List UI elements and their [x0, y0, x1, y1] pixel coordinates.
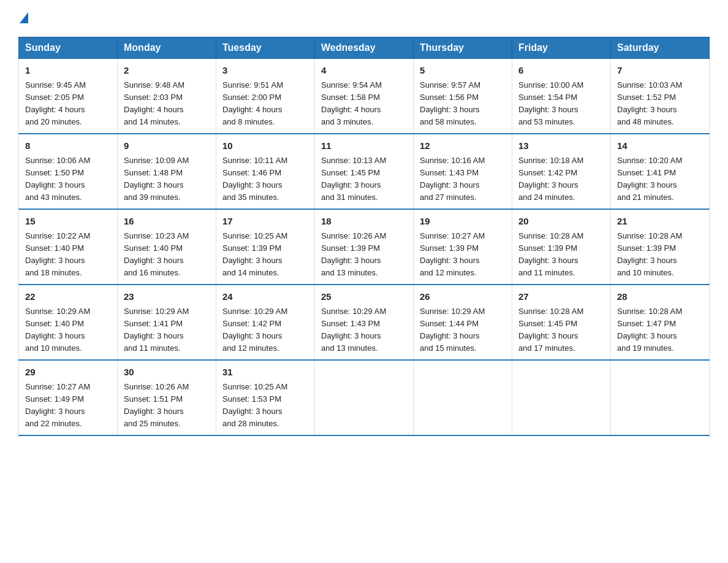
day-number: 24: [222, 290, 308, 304]
calendar-header-monday: Monday: [118, 37, 216, 59]
day-info: Sunrise: 9:45 AMSunset: 2:05 PMDaylight:…: [25, 79, 111, 129]
day-info: Sunrise: 10:13 AMSunset: 1:45 PMDaylight…: [321, 155, 407, 204]
calendar-cell: 11Sunrise: 10:13 AMSunset: 1:45 PMDaylig…: [315, 134, 414, 209]
day-number: 29: [25, 366, 111, 380]
day-number: 3: [222, 64, 308, 78]
day-info: Sunrise: 10:22 AMSunset: 1:40 PMDaylight…: [25, 230, 111, 280]
day-info: Sunrise: 10:27 AMSunset: 1:39 PMDaylight…: [420, 230, 506, 280]
calendar-week-row: 15Sunrise: 10:22 AMSunset: 1:40 PMDaylig…: [19, 209, 710, 285]
day-info: Sunrise: 10:06 AMSunset: 1:50 PMDaylight…: [25, 155, 111, 204]
day-info: Sunrise: 10:23 AMSunset: 1:40 PMDaylight…: [124, 230, 210, 280]
day-info: Sunrise: 10:25 AMSunset: 1:53 PMDaylight…: [222, 381, 308, 431]
day-number: 10: [222, 139, 308, 153]
day-number: 21: [617, 215, 703, 229]
calendar-cell: 5Sunrise: 9:57 AMSunset: 1:56 PMDaylight…: [414, 59, 512, 134]
calendar-header-wednesday: Wednesday: [315, 37, 414, 59]
calendar-cell: [414, 360, 512, 435]
day-number: 22: [25, 290, 111, 304]
page-header: [18, 12, 710, 26]
calendar-cell: 22Sunrise: 10:29 AMSunset: 1:40 PMDaylig…: [19, 285, 118, 360]
day-number: 20: [518, 215, 604, 229]
calendar-header-row: SundayMondayTuesdayWednesdayThursdayFrid…: [19, 37, 710, 59]
calendar-cell: 10Sunrise: 10:11 AMSunset: 1:46 PMDaylig…: [216, 134, 315, 209]
day-info: Sunrise: 10:25 AMSunset: 1:39 PMDaylight…: [222, 230, 308, 280]
logo-text: [18, 12, 29, 25]
calendar-week-row: 22Sunrise: 10:29 AMSunset: 1:40 PMDaylig…: [19, 285, 710, 360]
day-info: Sunrise: 9:51 AMSunset: 2:00 PMDaylight:…: [222, 79, 308, 129]
calendar-cell: 12Sunrise: 10:16 AMSunset: 1:43 PMDaylig…: [414, 134, 512, 209]
calendar-cell: [611, 360, 710, 435]
calendar-cell: 20Sunrise: 10:28 AMSunset: 1:39 PMDaylig…: [512, 209, 611, 285]
calendar-header-tuesday: Tuesday: [216, 37, 315, 59]
day-number: 15: [25, 215, 111, 229]
calendar-cell: [315, 360, 414, 435]
logo: [18, 12, 29, 26]
day-info: Sunrise: 10:16 AMSunset: 1:43 PMDaylight…: [420, 155, 506, 204]
calendar-week-row: 29Sunrise: 10:27 AMSunset: 1:49 PMDaylig…: [19, 360, 710, 435]
day-info: Sunrise: 10:29 AMSunset: 1:43 PMDaylight…: [321, 305, 407, 355]
calendar-cell: 8Sunrise: 10:06 AMSunset: 1:50 PMDayligh…: [19, 134, 118, 209]
calendar-header-saturday: Saturday: [611, 37, 710, 59]
day-info: Sunrise: 10:28 AMSunset: 1:39 PMDaylight…: [617, 230, 703, 280]
day-number: 14: [617, 139, 703, 153]
day-number: 7: [617, 64, 703, 78]
day-number: 18: [321, 215, 407, 229]
calendar-cell: 21Sunrise: 10:28 AMSunset: 1:39 PMDaylig…: [611, 209, 710, 285]
calendar-header-thursday: Thursday: [414, 37, 512, 59]
day-number: 31: [222, 366, 308, 380]
day-info: Sunrise: 10:09 AMSunset: 1:48 PMDaylight…: [124, 155, 210, 204]
day-number: 30: [124, 366, 210, 380]
day-number: 17: [222, 215, 308, 229]
day-info: Sunrise: 9:57 AMSunset: 1:56 PMDaylight:…: [420, 79, 506, 129]
day-info: Sunrise: 10:29 AMSunset: 1:42 PMDaylight…: [222, 305, 308, 355]
calendar-cell: 24Sunrise: 10:29 AMSunset: 1:42 PMDaylig…: [216, 285, 315, 360]
day-info: Sunrise: 10:29 AMSunset: 1:41 PMDaylight…: [124, 305, 210, 355]
calendar-cell: [512, 360, 611, 435]
day-number: 2: [124, 64, 210, 78]
day-info: Sunrise: 10:29 AMSunset: 1:44 PMDaylight…: [420, 305, 506, 355]
day-info: Sunrise: 10:27 AMSunset: 1:49 PMDaylight…: [25, 381, 111, 431]
day-info: Sunrise: 10:28 AMSunset: 1:47 PMDaylight…: [617, 305, 703, 355]
calendar-cell: 25Sunrise: 10:29 AMSunset: 1:43 PMDaylig…: [315, 285, 414, 360]
day-info: Sunrise: 9:48 AMSunset: 2:03 PMDaylight:…: [124, 79, 210, 129]
calendar-cell: 27Sunrise: 10:28 AMSunset: 1:45 PMDaylig…: [512, 285, 611, 360]
day-number: 11: [321, 139, 407, 153]
calendar-cell: 29Sunrise: 10:27 AMSunset: 1:49 PMDaylig…: [19, 360, 118, 435]
calendar-cell: 16Sunrise: 10:23 AMSunset: 1:40 PMDaylig…: [118, 209, 216, 285]
day-number: 19: [420, 215, 506, 229]
calendar-week-row: 1Sunrise: 9:45 AMSunset: 2:05 PMDaylight…: [19, 59, 710, 134]
calendar-week-row: 8Sunrise: 10:06 AMSunset: 1:50 PMDayligh…: [19, 134, 710, 209]
calendar-cell: 17Sunrise: 10:25 AMSunset: 1:39 PMDaylig…: [216, 209, 315, 285]
day-number: 5: [420, 64, 506, 78]
calendar-cell: 30Sunrise: 10:26 AMSunset: 1:51 PMDaylig…: [118, 360, 216, 435]
calendar-header-friday: Friday: [512, 37, 611, 59]
day-info: Sunrise: 9:54 AMSunset: 1:58 PMDaylight:…: [321, 79, 407, 129]
calendar-cell: 4Sunrise: 9:54 AMSunset: 1:58 PMDaylight…: [315, 59, 414, 134]
day-number: 1: [25, 64, 111, 78]
calendar-header-sunday: Sunday: [19, 37, 118, 59]
calendar-cell: 7Sunrise: 10:03 AMSunset: 1:52 PMDayligh…: [611, 59, 710, 134]
calendar-cell: 14Sunrise: 10:20 AMSunset: 1:41 PMDaylig…: [611, 134, 710, 209]
calendar-cell: 1Sunrise: 9:45 AMSunset: 2:05 PMDaylight…: [19, 59, 118, 134]
day-number: 26: [420, 290, 506, 304]
calendar-cell: 26Sunrise: 10:29 AMSunset: 1:44 PMDaylig…: [414, 285, 512, 360]
day-info: Sunrise: 10:11 AMSunset: 1:46 PMDaylight…: [222, 155, 308, 204]
calendar-cell: 18Sunrise: 10:26 AMSunset: 1:39 PMDaylig…: [315, 209, 414, 285]
calendar-cell: 6Sunrise: 10:00 AMSunset: 1:54 PMDayligh…: [512, 59, 611, 134]
day-info: Sunrise: 10:18 AMSunset: 1:42 PMDaylight…: [518, 155, 604, 204]
day-number: 4: [321, 64, 407, 78]
calendar-cell: 3Sunrise: 9:51 AMSunset: 2:00 PMDaylight…: [216, 59, 315, 134]
calendar-cell: 28Sunrise: 10:28 AMSunset: 1:47 PMDaylig…: [611, 285, 710, 360]
calendar-cell: 23Sunrise: 10:29 AMSunset: 1:41 PMDaylig…: [118, 285, 216, 360]
day-info: Sunrise: 10:03 AMSunset: 1:52 PMDaylight…: [617, 79, 703, 129]
day-number: 25: [321, 290, 407, 304]
day-number: 23: [124, 290, 210, 304]
day-info: Sunrise: 10:26 AMSunset: 1:51 PMDaylight…: [124, 381, 210, 431]
day-info: Sunrise: 10:28 AMSunset: 1:39 PMDaylight…: [518, 230, 604, 280]
calendar-cell: 15Sunrise: 10:22 AMSunset: 1:40 PMDaylig…: [19, 209, 118, 285]
day-number: 28: [617, 290, 703, 304]
calendar-cell: 9Sunrise: 10:09 AMSunset: 1:48 PMDayligh…: [118, 134, 216, 209]
calendar-cell: 19Sunrise: 10:27 AMSunset: 1:39 PMDaylig…: [414, 209, 512, 285]
calendar-cell: 2Sunrise: 9:48 AMSunset: 2:03 PMDaylight…: [118, 59, 216, 134]
day-number: 8: [25, 139, 111, 153]
